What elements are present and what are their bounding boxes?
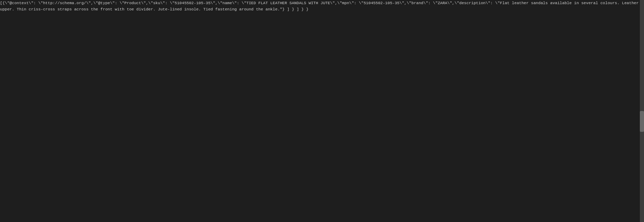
code-viewer: [0, 12, 644, 22]
vertical-scrollbar[interactable]: [640, 0, 644, 222]
scrollbar-thumb[interactable]: [640, 111, 644, 132]
